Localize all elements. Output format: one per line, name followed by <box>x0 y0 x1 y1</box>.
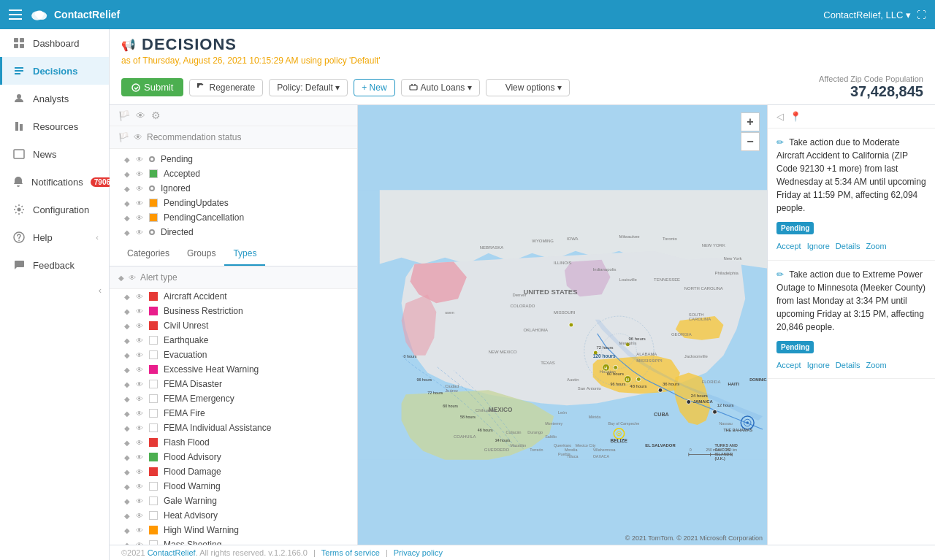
alert-type-item-0[interactable]: ◆ 👁 Aircraft Accident <box>110 289 357 304</box>
affected-pop-label: Affected Zip Code Population <box>819 74 923 83</box>
alert-type-item-5[interactable]: ◆ 👁 Excessive Heat Warning <box>110 362 357 377</box>
alert-type-item-12[interactable]: ◆ 👁 Flood Damage <box>110 464 357 479</box>
status-pendingcancellation[interactable]: ◆ 👁 PendingCancellation <box>110 210 357 225</box>
status-label-pendingupdates: PendingUpdates <box>164 198 229 208</box>
footer-terms-link[interactable]: Terms of service <box>321 548 380 557</box>
action-card-1-accept[interactable]: Accept <box>776 240 801 253</box>
alert-type-item-6[interactable]: ◆ 👁 FEMA Disaster <box>110 377 357 391</box>
status-directed[interactable]: ◆ 👁 Directed <box>110 225 357 239</box>
alert-type-item-9[interactable]: ◆ 👁 FEMA Individual Assistance <box>110 421 357 435</box>
map-svg: 12 hours 24 hours 36 hours 48 hours 60 h… <box>358 105 767 545</box>
sidebar-item-analysts[interactable]: Analysts <box>0 85 109 112</box>
action-card-2-details[interactable]: Details <box>836 359 860 372</box>
zoom-out-button[interactable]: − <box>741 132 760 151</box>
alert-type-item-14[interactable]: ◆ 👁 Gale Warning <box>110 494 357 508</box>
status-ignored[interactable]: ◆ 👁 Ignored <box>110 181 357 196</box>
page-header: 📢 DECISIONS as of Thursday, August 26, 2… <box>110 29 935 105</box>
status-icon-4: ◆ <box>124 199 130 207</box>
sidebar-item-dashboard[interactable]: Dashboard <box>0 29 109 57</box>
sidebar-item-feedback[interactable]: Feedback <box>0 251 109 279</box>
submit-button[interactable]: Submit <box>121 78 183 96</box>
sidebar-item-decisions[interactable]: Decisions <box>0 57 109 85</box>
tab-groups[interactable]: Groups <box>178 242 224 266</box>
svg-text:(U.K.): (U.K.) <box>715 456 726 461</box>
tab-types[interactable]: Types <box>224 242 265 266</box>
status-label-pendingcancellation: PendingCancellation <box>164 212 244 223</box>
view-options-dropdown[interactable]: View options ▾ <box>486 79 570 96</box>
action-card-2-accept[interactable]: Accept <box>776 359 801 372</box>
alert-types-section: ◆ 👁 Alert type ◆ 👁 Aircraft Accident ◆ 👁… <box>110 266 357 545</box>
action-card-1-ignore[interactable]: Ignore <box>807 240 830 253</box>
expand-icon[interactable]: ⛶ <box>917 9 926 20</box>
alert-swatch-10 <box>149 438 158 447</box>
main-layout: Dashboard Decisions Analysts Resources N… <box>0 29 935 560</box>
alert-type-item-3[interactable]: ◆ 👁 Earthquake <box>110 333 357 348</box>
analysts-label: Analysts <box>33 93 69 104</box>
svg-text:UNITED STATES: UNITED STATES <box>523 288 577 296</box>
svg-text:TENNESSEE: TENNESSEE <box>654 277 680 282</box>
alert-type-item-15[interactable]: ◆ 👁 Heat Advisory <box>110 508 357 523</box>
status-pendingupdates[interactable]: ◆ 👁 PendingUpdates <box>110 196 357 210</box>
alert-label-11: Flood Advisory <box>164 452 221 462</box>
org-label[interactable]: ContactRelief, LLC ▾ <box>823 9 911 20</box>
filter-icon-eye[interactable]: 👁 <box>136 110 145 121</box>
sidebar-item-news[interactable]: News <box>0 140 109 168</box>
map-container[interactable]: 12 hours 24 hours 36 hours 48 hours 60 h… <box>358 105 767 545</box>
status-pending[interactable]: ◆ 👁 Pending <box>110 152 357 166</box>
svg-text:OKLAHOMA: OKLAHOMA <box>523 328 548 332</box>
status-accepted[interactable]: ◆ 👁 Accepted <box>110 166 357 181</box>
action-card-1-details[interactable]: Details <box>836 240 860 253</box>
alert-eye-2: 👁 <box>136 322 143 330</box>
right-panel-header: ◁ 📍 <box>768 105 935 129</box>
alert-icon-14: ◆ <box>124 497 130 505</box>
alert-type-item-11[interactable]: ◆ 👁 Flood Advisory <box>110 450 357 464</box>
auto-loans-dropdown[interactable]: Auto Loans ▾ <box>401 79 480 96</box>
regenerate-button[interactable]: Regenerate <box>189 79 263 96</box>
svg-point-17 <box>713 410 717 414</box>
alert-type-item-4[interactable]: ◆ 👁 Evacuation <box>110 348 357 362</box>
sidebar-item-configuration[interactable]: Configuration <box>0 196 109 223</box>
alert-type-item-8[interactable]: ◆ 👁 FEMA Fire <box>110 406 357 421</box>
sidebar-item-resources[interactable]: Resources <box>0 112 109 140</box>
svg-text:Torreón: Torreón <box>530 448 543 452</box>
resources-icon <box>12 120 26 133</box>
panel-pin-icon[interactable]: 📍 <box>790 111 801 122</box>
filter-icon-settings[interactable]: ⚙ <box>151 110 161 121</box>
action-card-2-ignore[interactable]: Ignore <box>807 359 830 372</box>
status-dot-ignored <box>149 185 155 191</box>
alert-eye-13: 👁 <box>136 483 143 491</box>
action-card-1-status-badge: Pending <box>776 219 926 237</box>
policy-dropdown[interactable]: Policy: Default ▾ <box>269 79 348 96</box>
alert-type-item-7[interactable]: ◆ 👁 FEMA Emergency <box>110 391 357 406</box>
new-button[interactable]: + New <box>354 79 394 96</box>
alert-swatch-9 <box>149 423 158 432</box>
footer-brand-link[interactable]: ContactRelief <box>148 548 196 557</box>
alert-type-item-10[interactable]: ◆ 👁 Flash Flood <box>110 435 357 450</box>
svg-rect-5 <box>14 44 18 48</box>
alert-type-item-1[interactable]: ◆ 👁 Business Restriction <box>110 304 357 318</box>
svg-text:TURKS AND: TURKS AND <box>715 443 738 448</box>
svg-text:CUBA: CUBA <box>654 412 669 418</box>
hamburger-menu[interactable] <box>9 9 22 20</box>
alert-type-item-13[interactable]: ◆ 👁 Flood Warning <box>110 479 357 494</box>
svg-text:Austin: Austin <box>567 377 579 382</box>
panel-back-icon[interactable]: ◁ <box>776 111 784 122</box>
footer-privacy-link[interactable]: Privacy policy <box>394 548 443 557</box>
sidebar-collapse-button[interactable]: ‹ <box>0 279 109 302</box>
zoom-in-button[interactable]: + <box>741 112 760 131</box>
help-collapse[interactable]: ‹ <box>96 233 99 242</box>
alert-type-item-16[interactable]: ◆ 👁 High Wind Warning <box>110 523 357 537</box>
sidebar-item-notifications[interactable]: Notifications 7906 <box>0 168 109 196</box>
svg-text:COLORADO: COLORADO <box>511 304 535 308</box>
alert-type-item-17[interactable]: ◆ 👁 Mass Shooting <box>110 537 357 545</box>
svg-text:OAXACA: OAXACA <box>593 454 610 459</box>
sidebar-item-help[interactable]: Help ‹ <box>0 223 109 251</box>
action-card-1-zoom[interactable]: Zoom <box>866 240 886 253</box>
tab-categories[interactable]: Categories <box>118 242 178 266</box>
configuration-icon <box>12 203 26 216</box>
alert-type-item-2[interactable]: ◆ 👁 Civil Unrest <box>110 318 357 333</box>
filter-icon-flag[interactable]: 🏳️ <box>118 110 130 121</box>
svg-point-16 <box>746 421 749 424</box>
action-card-2-zoom[interactable]: Zoom <box>866 359 886 372</box>
resources-label: Resources <box>33 121 78 132</box>
